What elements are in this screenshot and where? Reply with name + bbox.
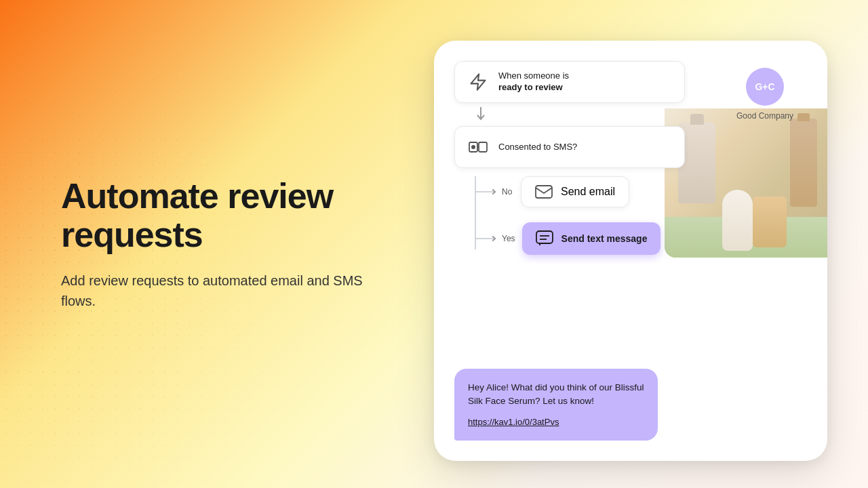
sms-icon	[536, 230, 553, 247]
bottle-2	[722, 190, 753, 251]
no-label: No	[502, 187, 514, 197]
avatar-initials: G+C	[755, 81, 774, 92]
sms-bubble: Hey Alice! What did you think of our Bli…	[454, 369, 658, 441]
svg-rect-6	[536, 186, 552, 198]
company-name: Good Company	[736, 111, 793, 121]
bottle-3	[790, 119, 817, 207]
company-avatar-area: G+C Good Company	[736, 68, 793, 121]
arrow-down-1	[454, 107, 685, 122]
sms-action-text: Send text message	[561, 233, 648, 244]
trigger-text: When someone is ready to review	[498, 70, 569, 94]
svg-rect-3	[479, 142, 487, 152]
main-title: Automate review requests	[61, 177, 393, 254]
condition-node: Consented to SMS?	[454, 126, 685, 168]
email-icon	[535, 185, 553, 199]
email-node: Send email	[521, 176, 629, 207]
product-image-inner	[665, 108, 827, 258]
subtitle: Add review requests to automated email a…	[61, 270, 393, 311]
svg-rect-7	[536, 231, 553, 243]
product-image	[665, 108, 827, 258]
sms-node: Send text message	[522, 222, 661, 255]
email-action-text: Send email	[561, 186, 615, 198]
flow-area: When someone is ready to review	[454, 61, 685, 255]
bottle-4	[753, 197, 787, 247]
svg-point-4	[471, 145, 475, 149]
branch-area: No Send email	[454, 176, 685, 255]
branch-line	[475, 176, 476, 249]
trigger-node: When someone is ready to review	[454, 61, 685, 103]
company-avatar: G+C	[746, 68, 784, 106]
svg-marker-0	[471, 74, 486, 89]
phone-card: When someone is ready to review	[434, 41, 827, 461]
no-branch-row: No Send email	[454, 176, 685, 207]
yes-branch-row: Yes Send text message	[454, 222, 685, 255]
sms-bubble-area: Hey Alice! What did you think of our Bli…	[454, 369, 658, 441]
condition-icon	[466, 135, 490, 159]
trigger-icon	[466, 70, 490, 94]
left-content: Automate review requests Add review requ…	[61, 177, 393, 311]
sms-body: Hey Alice! What did you think of our Bli…	[468, 382, 644, 406]
yes-label: Yes	[502, 234, 515, 243]
right-panel: When someone is ready to review	[393, 0, 868, 488]
condition-text: Consented to SMS?	[498, 142, 577, 153]
sms-link[interactable]: https://kav1.io/0/3atPvs	[468, 415, 644, 429]
